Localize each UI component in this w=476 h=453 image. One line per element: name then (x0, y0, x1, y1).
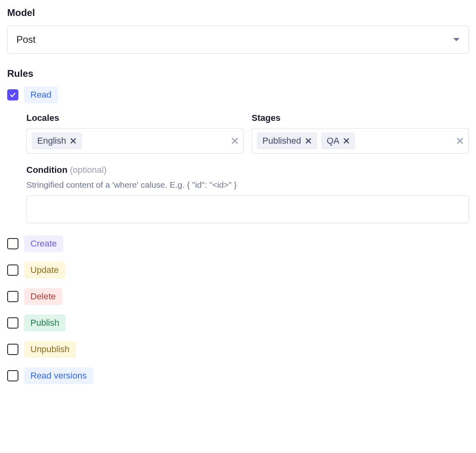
condition-label-text: Condition (26, 165, 68, 175)
checkbox-update[interactable] (7, 265, 18, 276)
tag-label: QA (327, 136, 340, 146)
close-icon[interactable] (343, 138, 350, 144)
pill-unpublish: Unpublish (24, 341, 76, 358)
rule-read: Read (7, 86, 469, 103)
rule-publish: Publish (7, 315, 469, 331)
pill-read: Read (24, 86, 58, 103)
condition-section: Condition (optional) Stringified content… (26, 165, 469, 223)
checkbox-readversions[interactable] (7, 370, 18, 381)
condition-input[interactable] (26, 195, 469, 223)
rule-readversions: Read versions (7, 367, 469, 384)
checkbox-publish[interactable] (7, 317, 18, 329)
rule-update: Update (7, 262, 469, 279)
condition-optional: (optional) (70, 165, 107, 175)
tag-qa: QA (321, 132, 356, 149)
rule-delete: Delete (7, 288, 469, 305)
check-icon (10, 92, 16, 97)
tag-label: English (37, 136, 66, 146)
rules-label: Rules (7, 68, 469, 79)
pill-delete: Delete (24, 288, 62, 305)
locales-col: Locales English (26, 113, 244, 154)
model-label: Model (7, 7, 469, 18)
pill-publish: Publish (24, 315, 66, 331)
tag-label: Published (262, 136, 301, 146)
rule-create: Create (7, 235, 469, 252)
read-details: Locales English Stages Published QA (26, 113, 469, 223)
checkbox-delete[interactable] (7, 291, 18, 302)
checkbox-create[interactable] (7, 238, 18, 249)
pill-update: Update (24, 262, 65, 279)
checkbox-read[interactable] (7, 89, 18, 100)
stages-col: Stages Published QA (252, 113, 469, 154)
tag-published: Published (257, 132, 317, 149)
stages-label: Stages (252, 113, 469, 123)
pill-create: Create (24, 235, 63, 252)
model-select[interactable]: Post (7, 26, 469, 54)
tag-english: English (32, 132, 82, 149)
rule-unpublish: Unpublish (7, 341, 469, 358)
locales-label: Locales (26, 113, 244, 123)
clear-all-icon[interactable] (231, 137, 238, 144)
stages-input[interactable]: Published QA (252, 128, 469, 154)
close-icon[interactable] (70, 138, 76, 144)
pill-readversions: Read versions (24, 367, 93, 384)
clear-all-icon[interactable] (456, 137, 464, 144)
condition-label: Condition (optional) (26, 165, 469, 175)
model-selected-value: Post (16, 34, 36, 45)
close-icon[interactable] (305, 138, 312, 144)
caret-down-icon (453, 38, 460, 41)
checkbox-unpublish[interactable] (7, 344, 18, 355)
condition-helper: Stringified content of a 'where' caluse.… (26, 180, 469, 190)
locales-input[interactable]: English (26, 128, 244, 154)
